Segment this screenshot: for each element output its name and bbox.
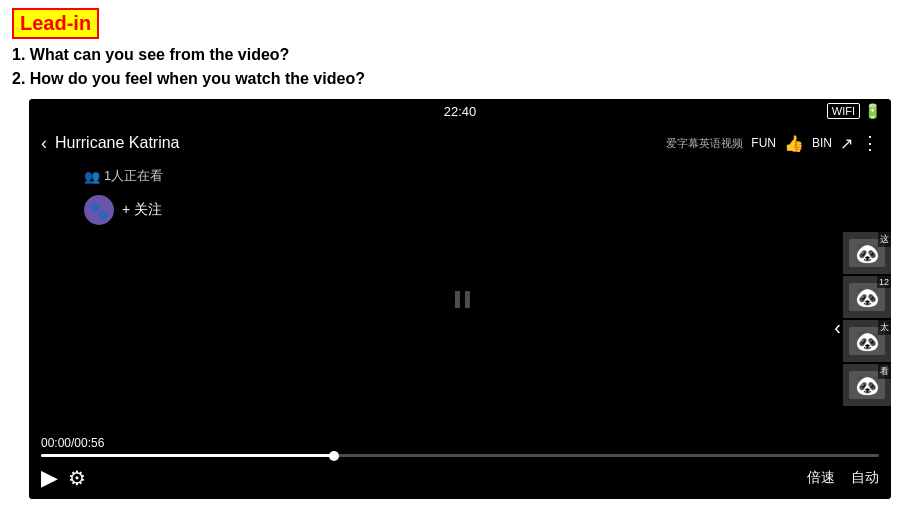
pause-indicator: ▐▐ [450, 291, 470, 307]
share-icon[interactable]: ↗ [840, 134, 853, 153]
panda-icon-1: 🐼 [855, 241, 880, 265]
avatar-icon: 🐾 [89, 201, 109, 220]
avatar: 🐾 [84, 195, 114, 225]
thumb-item-4[interactable]: 🐼 看 [843, 364, 891, 406]
thumb-item-3[interactable]: 🐼 太 [843, 320, 891, 362]
collapse-arrow[interactable]: ‹ [832, 310, 843, 345]
thumb-item-1[interactable]: 🐼 这 [843, 232, 891, 274]
video-title: Hurricane Katrina [55, 134, 666, 152]
thumbs-up-icon[interactable]: 👍 [784, 134, 804, 153]
subtitle-button[interactable]: ⚙ [68, 466, 86, 490]
questions-section: 1. What can you see from the video? 2. H… [12, 43, 908, 91]
bin-label: BIN [812, 136, 832, 150]
thumb-label-2: 12 [877, 276, 891, 288]
author-row: 🐾 + 关注 [84, 195, 162, 225]
controls-row: ▶ ⚙ 倍速 自动 [41, 465, 879, 491]
viewer-count: 👥 1人正在看 [84, 167, 163, 185]
status-bar: 22:40 WIFI 🔋 [29, 99, 891, 123]
viewer-icon: 👥 [84, 169, 100, 184]
controls-right: 倍速 自动 [807, 469, 879, 487]
more-button[interactable]: ⋮ [861, 132, 879, 154]
nav-right: 爱字幕英语视频 FUN 👍 BIN ↗ ⋮ [666, 132, 879, 154]
viewer-count-text: 1人正在看 [104, 167, 163, 185]
lead-in-label: Lead-in [12, 8, 908, 43]
thumb-item-2[interactable]: 🐼 12 [843, 276, 891, 318]
progress-thumb[interactable] [329, 451, 339, 461]
speed-button[interactable]: 倍速 [807, 469, 835, 487]
controls-left: ▶ ⚙ [41, 465, 86, 491]
follow-button[interactable]: + 关注 [122, 201, 162, 219]
progress-fill [41, 454, 334, 457]
battery-icon: 🔋 [864, 103, 881, 119]
panda-icon-3: 🐼 [855, 329, 880, 353]
nav-bar: ‹ Hurricane Katrina 爱字幕英语视频 FUN 👍 BIN ↗ … [29, 123, 891, 163]
thumb-label-3: 太 [878, 320, 891, 335]
watermark-text: 爱字幕英语视频 [666, 136, 743, 151]
progress-bar[interactable] [41, 454, 879, 457]
lead-in-text: Lead-in [12, 8, 99, 39]
question-2: 2. How do you feel when you watch the vi… [12, 67, 908, 91]
thumb-label-1: 这 [878, 232, 891, 247]
sidebar-thumbnails: 🐼 这 🐼 12 🐼 太 🐼 看 [843, 232, 891, 406]
thumb-label-4: 看 [878, 364, 891, 379]
fun-label: FUN [751, 136, 776, 150]
status-right: WIFI 🔋 [827, 103, 881, 119]
video-player[interactable]: ▐▐ 22:40 WIFI 🔋 ‹ Hurricane Katrina 爱字幕英… [29, 99, 891, 499]
panda-icon-4: 🐼 [855, 373, 880, 397]
page-container: Lead-in 1. What can you see from the vid… [0, 0, 920, 518]
play-button[interactable]: ▶ [41, 465, 58, 491]
back-button[interactable]: ‹ [41, 133, 47, 154]
player-bottom: 00:00/00:56 ▶ ⚙ 倍速 自动 [29, 428, 891, 499]
time-display: 00:00/00:56 [41, 436, 879, 450]
wifi-label: WIFI [827, 103, 860, 119]
auto-button[interactable]: 自动 [851, 469, 879, 487]
panda-icon-2: 🐼 [855, 285, 880, 309]
status-time: 22:40 [444, 104, 477, 119]
question-1: 1. What can you see from the video? [12, 43, 908, 67]
